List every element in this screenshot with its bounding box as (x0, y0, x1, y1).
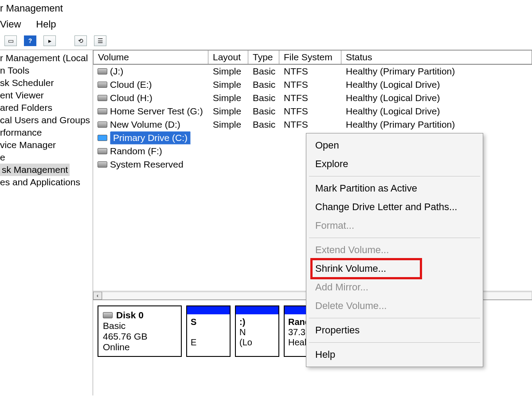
volume-type: Basic (248, 119, 279, 130)
menu-item: Format... (307, 216, 482, 235)
partition-box[interactable]: S E (186, 305, 231, 357)
partition-title: S (191, 317, 196, 327)
volume-layout: Simple (208, 93, 248, 103)
partition-size: N (239, 327, 246, 337)
menubar: View Help (0, 17, 532, 34)
table-row[interactable]: New Volume (D:)SimpleBasicNTFSHealthy (P… (93, 118, 532, 131)
disk-type: Basic (103, 321, 176, 331)
tree-node[interactable]: rformance (0, 126, 93, 139)
toolbar-btn-1[interactable]: ▭ (4, 35, 17, 46)
tree-node[interactable]: vice Manager (0, 139, 93, 151)
menu-item[interactable]: Explore (307, 155, 482, 173)
col-filesystem[interactable]: File System (279, 50, 341, 64)
volume-name: (J:) (110, 66, 123, 77)
volume-type: Basic (248, 79, 279, 90)
partition-box[interactable]: :) N(Lo (235, 305, 279, 357)
volume-layout: Simple (208, 66, 248, 77)
scroll-left-icon[interactable]: ‹ (93, 292, 102, 300)
drive-icon (98, 148, 107, 154)
volume-type: Basic (248, 93, 279, 103)
menu-item[interactable]: Change Drive Letter and Paths... (307, 198, 482, 216)
disk-title: Disk 0 (116, 310, 144, 321)
tree-node[interactable]: n Tools (0, 64, 93, 77)
volume-fs: NTFS (279, 106, 341, 117)
volume-name: Random (F:) (110, 146, 162, 156)
toolbar-btn-4[interactable]: ⟲ (74, 35, 87, 46)
volume-status: Healthy (Logical Drive) (341, 93, 532, 103)
table-row[interactable]: Cloud (H:)SimpleBasicNTFSHealthy (Logica… (93, 91, 532, 105)
volume-status: Healthy (Logical Drive) (341, 79, 532, 90)
tree-node[interactable]: cal Users and Groups (0, 114, 93, 126)
menu-item: Delete Volume... (307, 297, 482, 315)
volume-type: Basic (248, 106, 279, 117)
table-row[interactable]: (J:)SimpleBasicNTFSHealthy (Primary Part… (93, 65, 532, 78)
menu-item[interactable]: Shrink Volume... (307, 259, 482, 278)
menu-item[interactable]: Mark Partition as Active (307, 179, 482, 198)
context-menu[interactable]: OpenExploreMark Partition as ActiveChang… (306, 133, 483, 367)
partition-color-bar (187, 306, 230, 314)
col-type[interactable]: Type (248, 50, 279, 64)
drive-icon (98, 82, 107, 88)
volume-name: New Volume (D:) (110, 119, 180, 130)
col-status[interactable]: Status (341, 50, 532, 64)
volume-fs: NTFS (279, 79, 341, 90)
navigation-tree[interactable]: r Management (Localn Toolssk Scheduleren… (0, 50, 93, 395)
volume-fs: NTFS (279, 66, 341, 77)
menu-item[interactable]: Properties (307, 321, 482, 340)
partition-status: (Lo (239, 337, 252, 347)
drive-icon (98, 135, 107, 141)
drive-icon (98, 161, 107, 168)
help-icon[interactable]: ? (24, 35, 36, 46)
col-layout[interactable]: Layout (208, 50, 248, 64)
drive-icon (98, 95, 107, 101)
partition-status: E (191, 337, 196, 347)
volume-status: Healthy (Primary Partition) (341, 66, 532, 77)
tree-node[interactable]: ared Folders (0, 102, 93, 114)
col-volume[interactable]: Volume (93, 50, 208, 64)
menu-view[interactable]: View (0, 19, 21, 30)
disk-info-box[interactable]: Disk 0 Basic 465.76 GB Online (98, 305, 182, 357)
menu-separator (309, 176, 480, 176)
partition-title: :) (239, 317, 245, 327)
menu-separator (309, 238, 480, 238)
menu-item[interactable]: Open (307, 136, 482, 155)
tree-node[interactable]: es and Applications (0, 176, 93, 188)
disk-icon (103, 312, 113, 318)
volume-status: Healthy (Logical Drive) (341, 106, 532, 117)
toolbar: ▭ ? ▸ ⟲ ☰ (0, 34, 532, 50)
volume-list-header: Volume Layout Type File System Status (93, 50, 532, 65)
tree-node[interactable]: sk Management (0, 164, 70, 176)
volume-name: Cloud (H:) (110, 93, 153, 103)
volume-status: Healthy (Primary Partition) (341, 119, 532, 130)
volume-name: System Reserved (110, 159, 184, 170)
menu-item: Extend Volume... (307, 241, 482, 259)
tree-node[interactable]: sk Scheduler (0, 77, 93, 89)
drive-icon (98, 68, 107, 74)
partition-color-bar (236, 306, 278, 314)
disk-size: 465.76 GB (103, 331, 176, 342)
table-row[interactable]: Cloud (E:)SimpleBasicNTFSHealthy (Logica… (93, 78, 532, 91)
drive-icon (98, 121, 107, 128)
toolbar-btn-5[interactable]: ☰ (94, 35, 106, 46)
menu-item: Add Mirror... (307, 278, 482, 297)
tree-node[interactable]: ent Viewer (0, 89, 93, 102)
volume-layout: Simple (208, 106, 248, 117)
volume-layout: Simple (208, 79, 248, 90)
tree-node[interactable]: r Management (Local (0, 52, 93, 64)
volume-name: Home Server Test (G:) (110, 106, 203, 117)
volume-type: Basic (248, 66, 279, 77)
window-title: r Management (0, 0, 532, 17)
tree-node[interactable]: e (0, 151, 93, 164)
volume-fs: NTFS (279, 119, 341, 130)
volume-name: Primary Drive (C:) (110, 131, 191, 145)
menu-separator (309, 318, 480, 318)
volume-layout: Simple (208, 119, 248, 130)
toolbar-btn-3[interactable]: ▸ (43, 35, 56, 46)
menu-help[interactable]: Help (36, 19, 56, 30)
drive-icon (98, 108, 107, 114)
table-row[interactable]: Home Server Test (G:)SimpleBasicNTFSHeal… (93, 105, 532, 118)
disk-state: Online (103, 342, 176, 352)
menu-item[interactable]: Help (307, 345, 482, 364)
menu-separator (309, 342, 480, 343)
volume-name: Cloud (E:) (110, 79, 152, 90)
